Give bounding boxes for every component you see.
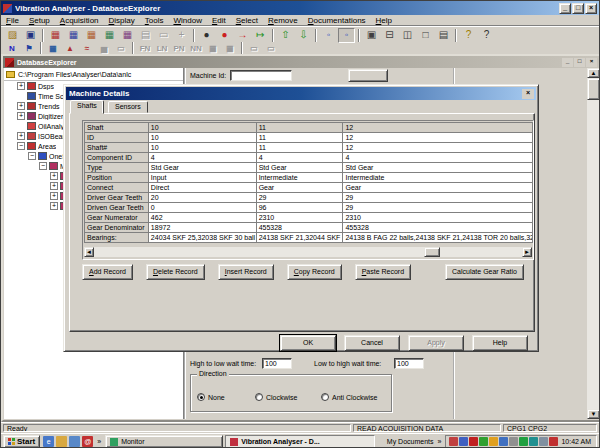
close-icon[interactable]: × (585, 3, 597, 14)
plus-box-icon[interactable]: + (50, 192, 58, 200)
goto-end-icon[interactable]: → (234, 28, 251, 43)
chart-icon-2[interactable]: ▦ (65, 28, 82, 43)
cell[interactable]: Gear (257, 183, 344, 193)
tab-shafts[interactable]: Shafts (70, 100, 104, 114)
chart-icon-5[interactable]: ▦ (119, 28, 136, 43)
low-high-wait-field[interactable]: 100 (394, 358, 424, 369)
stop-icon[interactable]: ● (216, 28, 233, 43)
menu-help[interactable]: Help (371, 15, 397, 26)
pn-icon[interactable]: PN (171, 44, 187, 54)
normal-mode-icon[interactable]: N (4, 44, 20, 54)
cell[interactable]: 2310 (343, 213, 533, 223)
quick-launch-chevron-icon[interactable]: » (96, 438, 102, 445)
cell[interactable]: 10 (149, 143, 257, 153)
tray-icon-3[interactable] (469, 437, 478, 446)
fn-icon[interactable]: FN (137, 44, 153, 54)
step-icon[interactable]: ↦ (252, 28, 269, 43)
cell[interactable]: 11 (257, 143, 344, 153)
record-icon[interactable]: ● (198, 28, 215, 43)
menu-tools[interactable]: Tools (140, 15, 169, 26)
column-icon-1[interactable]: ▭ (246, 44, 262, 54)
tray-icon-1[interactable] (449, 437, 458, 446)
vertical-scroll-track[interactable] (587, 78, 600, 409)
cell[interactable]: Std Gear (149, 163, 257, 173)
tray-icon-4[interactable] (479, 437, 488, 446)
ln-icon[interactable]: LN (154, 44, 170, 54)
chart-icon-4[interactable]: ▦ (101, 28, 118, 43)
menu-window[interactable]: Window (168, 15, 206, 26)
cell[interactable]: 12 (343, 133, 533, 143)
taskbar-task-vibration-analyser-d[interactable]: Vibration Analyser - D... (225, 435, 375, 448)
maximize-icon[interactable]: □ (572, 3, 584, 14)
cell[interactable]: 12 (343, 143, 533, 153)
cell[interactable]: 20 (149, 193, 257, 203)
button-add-record[interactable]: Add Record (82, 264, 133, 280)
cell[interactable]: 0 (149, 203, 257, 213)
button-ok[interactable]: OK (280, 335, 336, 351)
table-icon-1[interactable]: ▦ (205, 44, 221, 54)
cell[interactable]: 24034 SKF 25,32038 SKF 30 ball (149, 233, 257, 243)
radio-anti-clockwise[interactable]: Anti Clockwise (321, 393, 378, 401)
button-copy-record[interactable]: Copy Record (287, 264, 342, 280)
tray-icon-2[interactable] (459, 437, 468, 446)
cell[interactable]: Std Gear (343, 163, 533, 173)
cell[interactable]: Intermediate (257, 173, 344, 183)
open-icon[interactable]: ▨ (4, 28, 21, 43)
form-side-button[interactable] (348, 69, 388, 82)
cell[interactable]: 12 (343, 123, 533, 133)
tray-icon-8[interactable] (519, 437, 528, 446)
cell[interactable]: 462 (149, 213, 257, 223)
radio-none[interactable]: None (197, 393, 225, 401)
scroll-right-icon[interactable]: ► (522, 247, 532, 257)
minimize-icon[interactable]: _ (559, 3, 571, 14)
cell[interactable]: 24138 B FAG 22 balls,24138 SKF 21,24138 … (343, 233, 533, 243)
cell[interactable]: 11 (257, 123, 344, 133)
waveform-icon[interactable]: ▲ (62, 44, 78, 54)
quick-launch-folder-icon[interactable] (56, 436, 67, 447)
scroll-down-icon[interactable]: ▼ (587, 409, 600, 419)
trend-icon[interactable]: ≈ (79, 44, 95, 54)
cell[interactable]: 10 (149, 133, 257, 143)
button-help[interactable]: Help (472, 335, 528, 351)
button-paste-record[interactable]: Paste Record (355, 264, 411, 280)
cell[interactable]: 29 (257, 193, 344, 203)
tray-toolbar-label[interactable]: My Documents (387, 438, 434, 445)
bars-icon[interactable]: ▅ (96, 44, 112, 54)
plus-box-icon[interactable]: + (50, 182, 58, 190)
plus-box-icon[interactable]: + (50, 202, 58, 210)
button-cancel[interactable]: Cancel (344, 335, 400, 351)
tray-icon-11[interactable] (549, 437, 558, 446)
tray-icon-6[interactable] (499, 437, 508, 446)
dialog-titlebar[interactable]: Machine Details × (66, 87, 536, 100)
menu-edit[interactable]: Edit (207, 15, 231, 26)
cell[interactable]: 4 (257, 153, 344, 163)
start-button[interactable]: Start (3, 435, 40, 448)
dialog-close-icon[interactable]: × (522, 89, 534, 99)
menu-setup[interactable]: Setup (24, 15, 55, 26)
move-down-icon[interactable]: ⇩ (295, 28, 312, 43)
child-maximize-icon[interactable]: □ (574, 58, 585, 67)
tray-icon-10[interactable] (539, 437, 548, 446)
spectrum-icon[interactable]: ▦ (45, 44, 61, 54)
plus-box-icon[interactable]: + (17, 102, 25, 110)
child-window-titlebar[interactable]: DatabaseExplorer _ □ × (3, 56, 599, 68)
vertical-scrollbar[interactable]: ▲ ▼ (587, 68, 600, 419)
button-calculate-gear-ratio[interactable]: Calculate Gear Ratio (445, 264, 524, 280)
child-close-icon[interactable]: × (586, 58, 597, 67)
tab-sensors[interactable]: Sensors (108, 101, 148, 113)
machine-id-field[interactable] (230, 70, 292, 81)
minus-box-icon[interactable]: − (28, 152, 36, 160)
flag-icon[interactable]: ⚑ (21, 44, 37, 54)
window-titlebar[interactable]: Vibration Analyser - DatabaseExplorer _ … (1, 1, 599, 15)
cell[interactable]: Input (149, 173, 257, 183)
cell[interactable]: Gear (343, 183, 533, 193)
cell[interactable]: 11 (257, 133, 344, 143)
cell[interactable]: 96 (257, 203, 344, 213)
nn-icon[interactable]: NN (188, 44, 204, 54)
tray-chevron-icon[interactable]: » (437, 438, 443, 445)
menu-acquisition[interactable]: Acquisition (55, 15, 104, 26)
quick-launch-browser-icon[interactable]: e (43, 436, 54, 447)
tray-icon-9[interactable] (529, 437, 538, 446)
horizontal-scrollbar[interactable]: ◄ ► (84, 247, 532, 258)
plus-box-icon[interactable]: + (17, 132, 25, 140)
